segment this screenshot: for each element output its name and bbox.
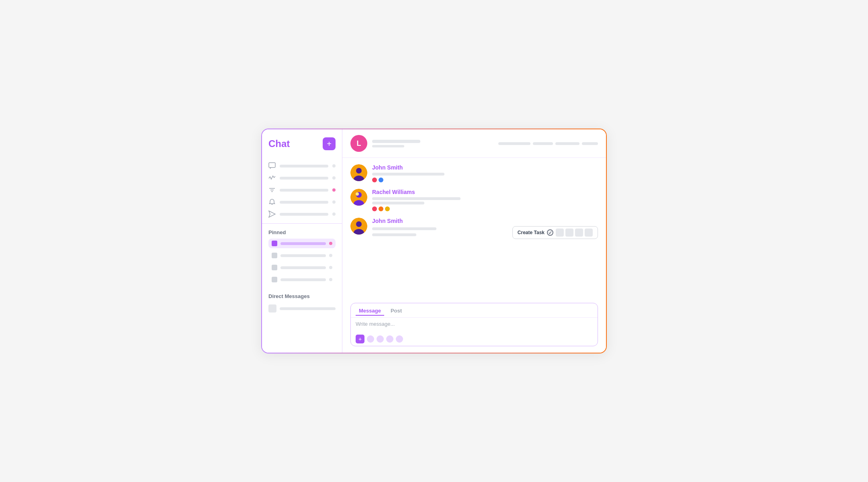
dm-section: Direct Messages bbox=[262, 288, 342, 318]
tab-message[interactable]: Message bbox=[356, 306, 384, 316]
header-action-bar-1 bbox=[498, 142, 530, 145]
toolbar-dot-2 bbox=[377, 335, 384, 343]
reaction-orange bbox=[379, 206, 383, 211]
message-content-3: John Smith Create Task bbox=[372, 218, 598, 239]
message-line-1 bbox=[372, 173, 444, 176]
nav-label bbox=[280, 177, 328, 180]
nav-item-filter[interactable] bbox=[262, 184, 342, 196]
nav-dot bbox=[332, 164, 336, 167]
input-tabs: Message Post bbox=[351, 303, 598, 318]
message-content-1: John Smith bbox=[372, 164, 598, 182]
header-action-bar-4 bbox=[582, 142, 598, 145]
nav-dot bbox=[332, 176, 336, 180]
svg-point-7 bbox=[356, 168, 362, 174]
channel-dot bbox=[329, 254, 332, 257]
dm-avatar bbox=[268, 304, 276, 312]
header-action-bar-2 bbox=[533, 142, 553, 145]
sidebar-header: Chat + bbox=[262, 137, 342, 157]
task-sq-1 bbox=[556, 229, 564, 237]
message-line-3b bbox=[372, 233, 416, 236]
nav-item-notifications[interactable] bbox=[262, 196, 342, 208]
avatar-person-3 bbox=[350, 218, 367, 235]
activity-icon bbox=[268, 174, 276, 182]
nav-label bbox=[280, 189, 328, 192]
nav-item-activity[interactable] bbox=[262, 172, 342, 184]
task-sq-2 bbox=[565, 229, 573, 237]
sidebar-title: Chat bbox=[268, 138, 290, 149]
header-info bbox=[372, 140, 493, 147]
message-task-row: Create Task bbox=[372, 226, 598, 239]
header-action-bar-3 bbox=[555, 142, 579, 145]
channel-color bbox=[272, 241, 277, 246]
header-actions bbox=[498, 142, 598, 145]
avatar-person-2 bbox=[350, 189, 367, 206]
chat-header: L bbox=[342, 129, 606, 158]
message-placeholder[interactable]: Write message... bbox=[351, 318, 598, 332]
svg-rect-0 bbox=[269, 163, 275, 167]
main-content: L bbox=[342, 129, 606, 353]
header-sub-bar bbox=[372, 145, 404, 147]
create-task-button[interactable]: Create Task bbox=[512, 226, 598, 239]
nav-item-send[interactable] bbox=[262, 208, 342, 220]
message-content-2: Rachel Williams bbox=[372, 189, 598, 211]
sidebar: Chat + bbox=[262, 129, 342, 353]
reaction-heart bbox=[372, 178, 377, 182]
add-channel-button[interactable]: + bbox=[323, 137, 336, 150]
message-item-1: John Smith bbox=[350, 164, 598, 182]
channel-label bbox=[280, 254, 326, 257]
svg-point-14 bbox=[356, 221, 362, 227]
reaction-blue bbox=[379, 178, 383, 182]
message-item-2: Rachel Williams bbox=[350, 189, 598, 211]
message-avatar-1 bbox=[350, 164, 367, 181]
message-reactions-2 bbox=[372, 206, 598, 211]
channel-color bbox=[272, 253, 277, 258]
channel-item-4[interactable] bbox=[268, 275, 336, 284]
channel-color bbox=[272, 277, 277, 282]
dm-label bbox=[280, 307, 336, 310]
pinned-section: Pinned bbox=[262, 224, 342, 288]
nav-label bbox=[280, 201, 328, 204]
message-reactions-1 bbox=[372, 178, 598, 182]
reaction-heart-2 bbox=[372, 206, 377, 211]
message-input-box: Message Post Write message... + bbox=[350, 303, 598, 346]
task-check-icon bbox=[547, 229, 553, 236]
message-item-3: John Smith Create Task bbox=[350, 218, 598, 239]
nav-dot-active bbox=[332, 188, 336, 192]
channel-label bbox=[280, 278, 326, 281]
message-avatar-2 bbox=[350, 189, 367, 206]
tab-post[interactable]: Post bbox=[387, 306, 405, 316]
channel-dot bbox=[329, 266, 332, 269]
messages-area: John Smith bbox=[342, 158, 606, 298]
channel-item-3[interactable] bbox=[268, 263, 336, 272]
avatar-person-1 bbox=[350, 164, 367, 181]
task-sq-4 bbox=[585, 229, 593, 237]
header-avatar: L bbox=[350, 135, 367, 152]
nav-dot bbox=[332, 200, 336, 204]
header-name-bar bbox=[372, 140, 420, 143]
channel-item-2[interactable] bbox=[268, 251, 336, 260]
nav-item-chat[interactable] bbox=[262, 160, 342, 172]
message-name-1: John Smith bbox=[372, 164, 598, 171]
message-avatar-3 bbox=[350, 218, 367, 235]
sidebar-nav bbox=[262, 157, 342, 224]
toolbar-add-button[interactable]: + bbox=[356, 335, 364, 343]
channel-item-1[interactable] bbox=[268, 239, 336, 248]
svg-marker-5 bbox=[269, 211, 275, 217]
message-line-3a bbox=[372, 227, 436, 230]
channel-dot bbox=[329, 278, 332, 281]
reaction-yellow bbox=[385, 206, 390, 211]
channel-dot-active bbox=[329, 242, 332, 245]
message-line-2b bbox=[372, 202, 424, 204]
channel-label bbox=[280, 242, 326, 245]
toolbar-dot-3 bbox=[386, 335, 393, 343]
chat-icon bbox=[268, 162, 276, 170]
filter-icon bbox=[268, 186, 276, 194]
task-sq-3 bbox=[575, 229, 583, 237]
send-icon bbox=[268, 210, 276, 218]
dm-item[interactable] bbox=[268, 302, 336, 315]
dm-title: Direct Messages bbox=[268, 293, 336, 299]
nav-dot bbox=[332, 212, 336, 216]
message-line-2a bbox=[372, 197, 461, 200]
message-name-3: John Smith bbox=[372, 218, 598, 224]
message-input-area: Message Post Write message... + bbox=[342, 298, 606, 353]
